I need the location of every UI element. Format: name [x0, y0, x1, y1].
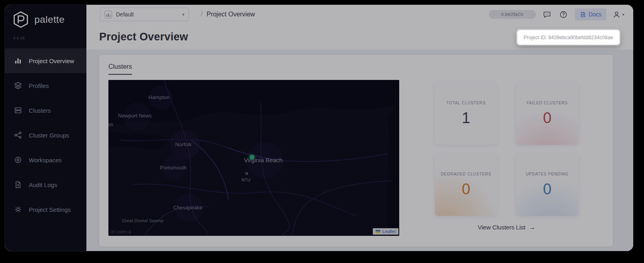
tab-clusters[interactable]: Clusters: [108, 63, 132, 75]
view-clusters-list-link[interactable]: View Clusters List→: [435, 224, 578, 231]
chevron-down-icon: ▾: [182, 12, 184, 17]
clusters-card: Clusters: [99, 55, 613, 247]
sidebar-item-clusters[interactable]: Clusters: [5, 98, 86, 123]
usage-badge: 0.94/25kCh: [489, 10, 536, 19]
sidebar-item-label: Workspaces: [29, 157, 62, 163]
brand-wordmark: palette: [34, 14, 65, 25]
stat-value: 1: [462, 110, 470, 127]
breadcrumb-current[interactable]: Project Overview: [206, 11, 255, 18]
sidebar-item-label: Audit Logs: [29, 181, 57, 188]
layers-icon: [14, 82, 22, 90]
brand-logo-row[interactable]: palette: [12, 10, 65, 29]
sidebar-item-audit-logs[interactable]: Audit Logs: [5, 172, 86, 197]
stat-degraded-clusters: DEGRADED CLUSTERS 0: [435, 154, 497, 216]
breadcrumb-separator: /: [201, 11, 202, 18]
chevron-down-icon: ▾: [622, 12, 624, 17]
stat-updates-pending: UPDATES PENDING 0: [516, 154, 578, 216]
chat-button[interactable]: [542, 9, 552, 20]
sidebar-item-project-settings[interactable]: Project Settings: [5, 197, 86, 222]
stat-failed-clusters: FAILED CLUSTERS 0: [516, 83, 578, 145]
sidebar-item-project-overview[interactable]: Project Overview: [5, 48, 86, 73]
map-label-chesapeake: Chesapeake: [173, 205, 202, 211]
chat-icon: [543, 10, 551, 19]
stat-label: TOTAL CLUSTERS: [446, 101, 486, 105]
content-area: Clusters: [86, 50, 633, 251]
view-clusters-list-label: View Clusters List: [478, 224, 526, 231]
map-label-newport-news: Newport News: [118, 113, 152, 119]
sidebar-item-label: Project Overview: [29, 58, 74, 64]
map-attribution-partial: of Leaflet &: [111, 230, 131, 234]
sidebar-item-label: Project Settings: [29, 206, 71, 213]
network-icon: [14, 131, 22, 139]
server-list-icon: [14, 106, 22, 114]
app-window: palette 4.2.13 Project Overview Profiles: [5, 5, 633, 251]
page-title: Project Overview: [99, 31, 188, 43]
palette-logo-icon: [12, 10, 30, 29]
scope-chart-icon: [104, 11, 112, 18]
help-icon: [559, 10, 568, 19]
topbar: Default ▾ / Project Overview 0.94/25kCh: [86, 5, 633, 24]
ukraine-flag-icon: [376, 230, 380, 233]
cluster-map-marker[interactable]: [250, 155, 254, 159]
stat-label: FAILED CLUSTERS: [527, 101, 568, 105]
docs-button[interactable]: Docs: [575, 8, 607, 20]
sidebar-item-label: Profiles: [29, 82, 49, 89]
project-id-tooltip: Project ID: 6439ebca90befdd8234c08ae: [517, 30, 620, 45]
help-button[interactable]: [558, 9, 569, 20]
clusters-map[interactable]: Hampton Newport News llton Norfolk Virgi…: [108, 80, 399, 236]
sidebar-item-label: Cluster Groups: [29, 132, 69, 139]
arrow-right-icon: →: [529, 224, 535, 231]
sidebar: palette 4.2.13 Project Overview Profiles: [5, 5, 86, 251]
sidebar-item-label: Clusters: [29, 107, 51, 114]
stat-value: 0: [462, 181, 470, 198]
leaflet-link[interactable]: Leaflet: [382, 229, 396, 234]
sidebar-item-cluster-groups[interactable]: Cluster Groups: [5, 123, 86, 147]
sidebar-item-profiles[interactable]: Profiles: [5, 73, 86, 98]
stat-label: DEGRADED CLUSTERS: [441, 172, 491, 176]
user-icon: [612, 10, 621, 19]
map-label-portsmouth: Portsmouth: [160, 165, 186, 171]
docs-label: Docs: [589, 11, 602, 18]
project-scope-selector[interactable]: Default ▾: [100, 8, 189, 21]
map-label-great-dismal-swamp: Great Dismal Swamp: [122, 218, 164, 223]
stat-value: 0: [543, 110, 551, 127]
app-version: 4.2.13: [13, 36, 25, 40]
map-label-llton-partial: llton: [108, 122, 113, 128]
map-label-hampton: Hampton: [148, 94, 170, 100]
leaflet-attribution: Leaflet: [373, 228, 398, 235]
project-scope-value: Default: [116, 11, 178, 18]
sidebar-nav: Project Overview Profiles Clusters: [5, 48, 86, 222]
map-label-norfolk: Norfolk: [175, 141, 192, 147]
docs-icon: [580, 12, 586, 18]
airport-code-label: NTU: [242, 178, 250, 182]
gear-icon: [14, 205, 22, 213]
sidebar-item-workspaces[interactable]: Workspaces: [5, 147, 86, 172]
cluster-stats-grid: TOTAL CLUSTERS 1 FAILED CLUSTERS 0 DEGRA…: [435, 83, 578, 216]
breadcrumb: / Project Overview: [201, 11, 255, 18]
stat-label: UPDATES PENDING: [526, 172, 569, 176]
stat-total-clusters: TOTAL CLUSTERS 1: [435, 83, 497, 145]
topbar-actions: 0.94/25kCh: [489, 8, 624, 20]
overview-chart-icon: [14, 57, 22, 65]
user-menu[interactable]: ▾: [612, 10, 624, 19]
document-icon: [14, 181, 22, 189]
stat-value: 0: [543, 181, 551, 198]
ring-icon: [14, 156, 22, 164]
